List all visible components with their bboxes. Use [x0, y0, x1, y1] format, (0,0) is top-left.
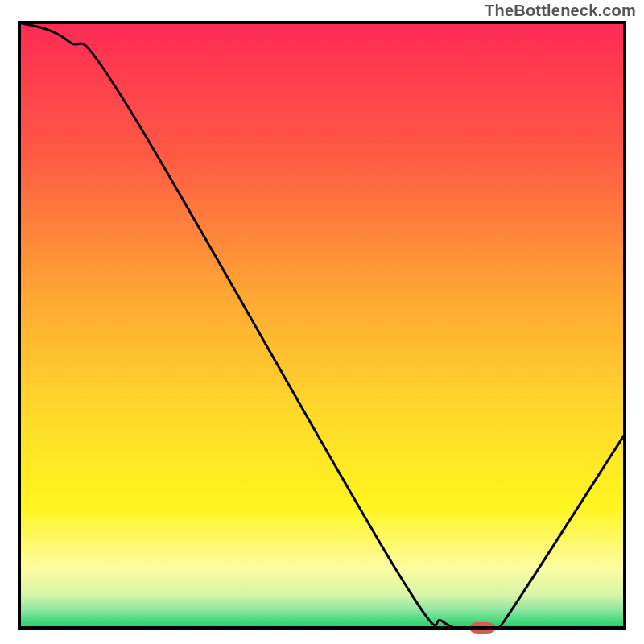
plot-background	[19, 23, 625, 628]
watermark-text: TheBottleneck.com	[485, 2, 636, 20]
bottleneck-chart	[0, 0, 644, 644]
chart-container: TheBottleneck.com	[0, 0, 644, 644]
